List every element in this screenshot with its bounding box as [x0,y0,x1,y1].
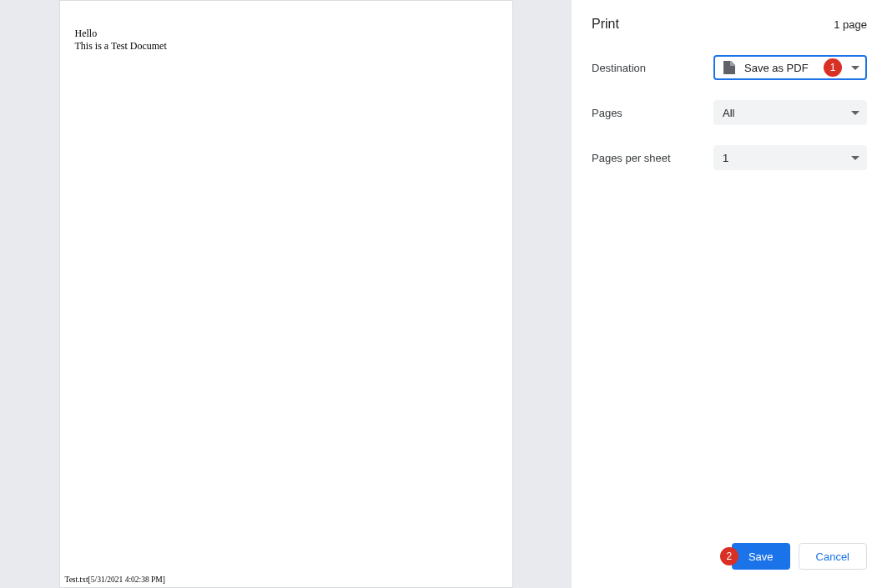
cancel-button[interactable]: Cancel [799,543,867,570]
save-button[interactable]: 2 Save [732,543,790,570]
destination-value: Save as PDF [744,62,809,74]
pages-select[interactable]: All [713,100,867,125]
footer-buttons: 2 Save Cancel [592,543,867,575]
pages-row: Pages All [592,100,867,125]
panel-title: Print [592,17,619,32]
destination-row: Destination Save as PDF 1 [592,55,867,80]
destination-select[interactable]: Save as PDF 1 [713,55,867,80]
preview-line-1: Hello [75,28,167,40]
page-count: 1 page [834,18,867,31]
cancel-button-label: Cancel [816,550,849,563]
chevron-down-icon [851,156,859,160]
pages-per-sheet-select[interactable]: 1 [713,145,867,170]
panel-header: Print 1 page [592,17,867,32]
chevron-down-icon [851,111,859,115]
pages-value: All [723,107,734,119]
annotation-badge-2: 2 [720,547,738,565]
destination-label: Destination [592,62,713,74]
preview-footer: Test.txt[5/31/2021 4:02:38 PM] [65,575,165,584]
pdf-file-icon [723,61,736,74]
annotation-badge-1: 1 [824,58,842,77]
chevron-down-icon [851,66,859,70]
pages-label: Pages [592,107,713,119]
preview-line-2: This is a Test Documet [75,40,167,53]
pages-per-sheet-row: Pages per sheet 1 [592,145,867,170]
preview-content: Hello This is a Test Documet [75,28,167,53]
pages-per-sheet-label: Pages per sheet [592,152,713,164]
print-settings-panel: Print 1 page Destination Save as PDF 1 P… [572,0,887,588]
print-preview-pane: Hello This is a Test Documet Test.txt[5/… [0,0,572,588]
preview-page: Hello This is a Test Documet Test.txt[5/… [59,0,513,588]
save-button-label: Save [748,550,774,563]
pages-per-sheet-value: 1 [723,152,728,164]
